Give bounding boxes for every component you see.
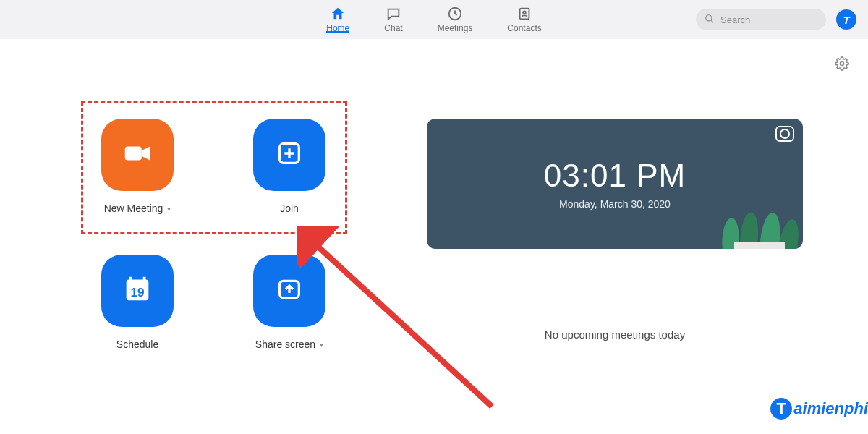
svg-rect-11	[734, 242, 785, 249]
top-nav-bar: Home Chat Meetings Contacts Sea	[0, 0, 868, 39]
current-date: Monday, March 30, 2020	[559, 198, 671, 210]
avatar[interactable]: T	[836, 9, 856, 30]
nav-tab-meetings[interactable]: Meetings	[438, 6, 473, 33]
action-label: Join	[280, 203, 299, 214]
no-meetings-text: No upcoming meetings today	[427, 328, 803, 341]
main-content: New Meeting ▾ Join 19	[0, 39, 868, 434]
calendar-icon: 19	[121, 273, 154, 309]
nav-tab-contacts[interactable]: Contacts	[507, 6, 541, 33]
action-label: Share screen ▾	[255, 339, 323, 350]
search-icon	[705, 14, 715, 26]
search-input[interactable]: Search	[696, 9, 826, 30]
settings-button[interactable]	[835, 56, 849, 74]
chat-icon	[386, 6, 401, 22]
action-label: New Meeting ▾	[104, 203, 171, 214]
svg-point-3	[706, 14, 712, 20]
share-screen-button[interactable]	[253, 255, 326, 327]
nav-tab-chat[interactable]: Chat	[384, 6, 402, 33]
schedule-button[interactable]: 19	[101, 255, 174, 327]
plant-decoration	[709, 169, 803, 249]
watermark: T aimienphi	[770, 398, 868, 420]
search-placeholder: Search	[720, 14, 750, 25]
video-icon	[121, 137, 154, 173]
action-new-meeting: New Meeting ▾	[94, 119, 181, 214]
camera-icon[interactable]	[775, 126, 794, 142]
chevron-down-icon[interactable]: ▾	[320, 341, 323, 349]
svg-point-4	[841, 62, 844, 66]
nav-tab-home[interactable]: Home	[326, 6, 349, 33]
svg-text:19: 19	[130, 285, 144, 299]
home-icon	[330, 6, 346, 22]
chevron-down-icon[interactable]: ▾	[167, 205, 171, 213]
current-time: 03:01 PM	[544, 158, 686, 194]
join-button[interactable]	[253, 119, 326, 191]
action-label: Schedule	[116, 339, 158, 350]
watermark-badge: T	[770, 398, 792, 420]
nav-tab-label: Chat	[384, 23, 402, 33]
action-schedule: 19 Schedule	[94, 255, 181, 350]
svg-rect-5	[125, 146, 142, 160]
right-column: 03:01 PM Monday, March 30, 2020 No upcom…	[427, 119, 803, 350]
actions-grid: New Meeting ▾ Join 19	[94, 119, 383, 350]
action-join: Join	[246, 119, 333, 214]
plus-icon	[275, 139, 304, 171]
clock-icon	[447, 6, 463, 22]
contacts-icon	[516, 6, 532, 22]
new-meeting-button[interactable]	[101, 119, 174, 191]
watermark-text: aimienphi	[793, 399, 868, 418]
svg-point-2	[523, 11, 526, 14]
nav-tab-label: Contacts	[507, 23, 541, 33]
action-share-screen: Share screen ▾	[246, 255, 333, 350]
nav-tab-label: Meetings	[438, 23, 473, 33]
top-right-controls: Search T	[696, 9, 856, 30]
nav-tabs-container: Home Chat Meetings Contacts	[326, 6, 541, 33]
share-icon	[275, 275, 304, 307]
time-card: 03:01 PM Monday, March 30, 2020	[427, 119, 803, 249]
